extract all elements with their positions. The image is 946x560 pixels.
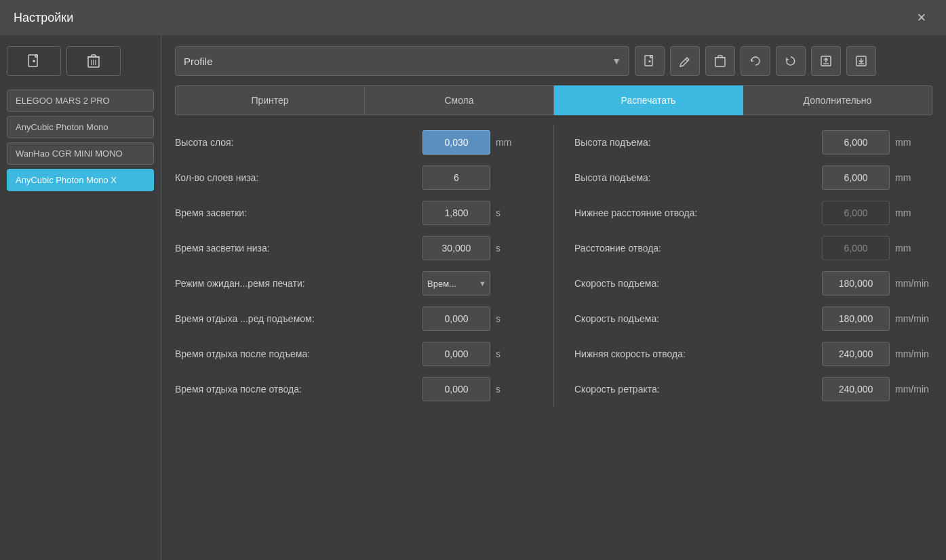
close-button[interactable]: ×: [911, 7, 932, 28]
toolbar-refresh-button[interactable]: [741, 46, 770, 76]
tab-resin[interactable]: Смола: [365, 85, 554, 115]
label-exposure-time: Время засветки:: [175, 207, 417, 218]
label-wait-mode: Режим ожидан...ремя печати:: [175, 278, 417, 289]
unit-retract-dist: mm: [895, 243, 932, 254]
unit-bottom-retract-dist: mm: [895, 207, 932, 218]
input-lift-height2[interactable]: [822, 165, 890, 190]
wait-mode-dropdown-wrapper: Врем... ▼: [422, 271, 490, 296]
field-row-rest-after-retract: Время отдыха после отвода: s: [175, 372, 533, 407]
label-bottom-retract-dist: Нижнее расстояние отвода:: [574, 207, 816, 218]
toolbar-undo-button[interactable]: [776, 46, 806, 76]
sidebar-top-buttons: [7, 46, 154, 76]
tab-print[interactable]: Распечатать: [554, 85, 743, 115]
main-window: Настройки ×: [0, 0, 946, 560]
input-layer-height[interactable]: [422, 130, 490, 155]
toolbar-new-button[interactable]: [635, 46, 665, 76]
field-row-retract-speed: Скорость ретракта: mm/min: [574, 372, 932, 407]
input-retract-speed[interactable]: [822, 377, 890, 401]
toolbar-export1-button[interactable]: [811, 46, 841, 76]
input-bottom-retract-dist[interactable]: [822, 201, 890, 225]
new-profile-button[interactable]: [7, 46, 61, 76]
profile-bar: Profile ▼: [175, 46, 932, 76]
input-lift-speed2[interactable]: [822, 306, 890, 331]
label-bottom-layers: Кол-во слоев низа:: [175, 172, 417, 183]
field-row-retract-dist: Расстояние отвода: mm: [574, 231, 932, 266]
label-lift-speed1: Скорость подъема:: [574, 278, 816, 289]
unit-lift-height1: mm: [895, 137, 932, 148]
unit-lift-speed1: mm/min: [895, 278, 932, 289]
svg-line-15: [686, 59, 688, 61]
toolbar-edit-button[interactable]: [670, 46, 700, 76]
unit-lift-height2: mm: [895, 172, 932, 183]
label-lift-speed2: Скорость подъема:: [574, 313, 816, 324]
toolbar-delete-button[interactable]: [705, 46, 735, 76]
label-bottom-exposure: Время засветки низа:: [175, 243, 417, 254]
field-row-lift-height2: Высота подъема: mm: [574, 160, 932, 195]
label-lift-height2: Высота подъема:: [574, 172, 816, 183]
input-lift-height1[interactable]: [822, 130, 890, 155]
profile-select[interactable]: Profile: [175, 46, 629, 76]
input-retract-dist[interactable]: [822, 236, 890, 260]
label-rest-after-lift: Время отдыха после подъема:: [175, 348, 417, 359]
input-exposure-time[interactable]: [422, 201, 490, 225]
label-bottom-retract-speed: Нижняя скорость отвода:: [574, 348, 816, 359]
label-rest-after-retract: Время отдыха после отвода:: [175, 384, 417, 395]
right-fields-col: Высота подъема: mm Высота подъема: mm Ни…: [553, 125, 932, 407]
field-row-wait-mode: Режим ожидан...ремя печати: Врем... ▼: [175, 266, 533, 301]
printer-item-anycubic-x[interactable]: AnyCubic Photon Mono X: [7, 169, 154, 191]
unit-bottom-retract-speed: mm/min: [895, 348, 932, 359]
field-row-bottom-exposure: Время засветки низа: s: [175, 231, 533, 266]
field-row-exposure-time: Время засветки: s: [175, 195, 533, 231]
tab-advanced[interactable]: Дополнительно: [743, 85, 932, 115]
select-wait-mode[interactable]: Врем...: [422, 271, 490, 296]
input-rest-before-lift[interactable]: [422, 306, 490, 331]
unit-lift-speed2: mm/min: [895, 313, 932, 324]
field-row-lift-height1: Высота подъема: mm: [574, 125, 932, 160]
field-row-layer-height: Высота слоя: mm: [175, 125, 533, 160]
input-rest-after-lift[interactable]: [422, 342, 490, 366]
input-bottom-retract-speed[interactable]: [822, 342, 890, 366]
tab-printer[interactable]: Принтер: [175, 85, 365, 115]
label-lift-height1: Высота подъема:: [574, 137, 816, 148]
unit-layer-height: mm: [496, 137, 533, 148]
field-row-rest-before-lift: Время отдыха ...ред подъемом: s: [175, 301, 533, 336]
right-panel: Profile ▼: [161, 35, 946, 560]
tabs-bar: Принтер Смола Распечатать Дополнительно: [175, 85, 932, 115]
input-rest-after-retract[interactable]: [422, 377, 490, 401]
unit-bottom-exposure: s: [496, 243, 533, 254]
printer-item-wanhao[interactable]: WanHao CGR MINI MONO: [7, 142, 154, 165]
label-retract-speed: Скорость ретракта:: [574, 384, 816, 395]
label-rest-before-lift: Время отдыха ...ред подъемом:: [175, 313, 417, 324]
field-row-lift-speed1: Скорость подъема: mm/min: [574, 266, 932, 301]
field-row-bottom-retract-speed: Нижняя скорость отвода: mm/min: [574, 336, 932, 372]
field-row-bottom-layers: Кол-во слоев низа:: [175, 160, 533, 195]
input-lift-speed1[interactable]: [822, 271, 890, 296]
unit-rest-after-retract: s: [496, 384, 533, 395]
main-content: ELEGOO MARS 2 PRO AnyCubic Photon Mono W…: [0, 35, 946, 560]
delete-profile-button[interactable]: [66, 46, 121, 76]
svg-rect-12: [645, 56, 652, 66]
field-row-rest-after-lift: Время отдыха после подъема: s: [175, 336, 533, 372]
titlebar: Настройки ×: [0, 0, 946, 35]
label-retract-dist: Расстояние отвода:: [574, 243, 816, 254]
printer-item-anycubic-mono[interactable]: AnyCubic Photon Mono: [7, 116, 154, 138]
toolbar-export2-button[interactable]: [846, 46, 876, 76]
label-layer-height: Высота слоя:: [175, 137, 417, 148]
profile-select-wrapper: Profile ▼: [175, 46, 629, 76]
printer-item-elegoo[interactable]: ELEGOO MARS 2 PRO: [7, 89, 154, 112]
sidebar: ELEGOO MARS 2 PRO AnyCubic Photon Mono W…: [0, 35, 161, 560]
unit-rest-after-lift: s: [496, 348, 533, 359]
left-fields-col: Высота слоя: mm Кол-во слоев низа: Время…: [175, 125, 553, 407]
input-bottom-layers[interactable]: [422, 165, 490, 190]
input-bottom-exposure[interactable]: [422, 236, 490, 260]
field-row-bottom-retract-dist: Нижнее расстояние отвода: mm: [574, 195, 932, 231]
unit-retract-speed: mm/min: [895, 384, 932, 395]
window-title: Настройки: [14, 11, 73, 25]
unit-rest-before-lift: s: [496, 313, 533, 324]
fields-area: Высота слоя: mm Кол-во слоев низа: Время…: [175, 125, 932, 407]
unit-exposure-time: s: [496, 207, 533, 218]
field-row-lift-speed2: Скорость подъема: mm/min: [574, 301, 932, 336]
svg-rect-16: [715, 58, 725, 66]
